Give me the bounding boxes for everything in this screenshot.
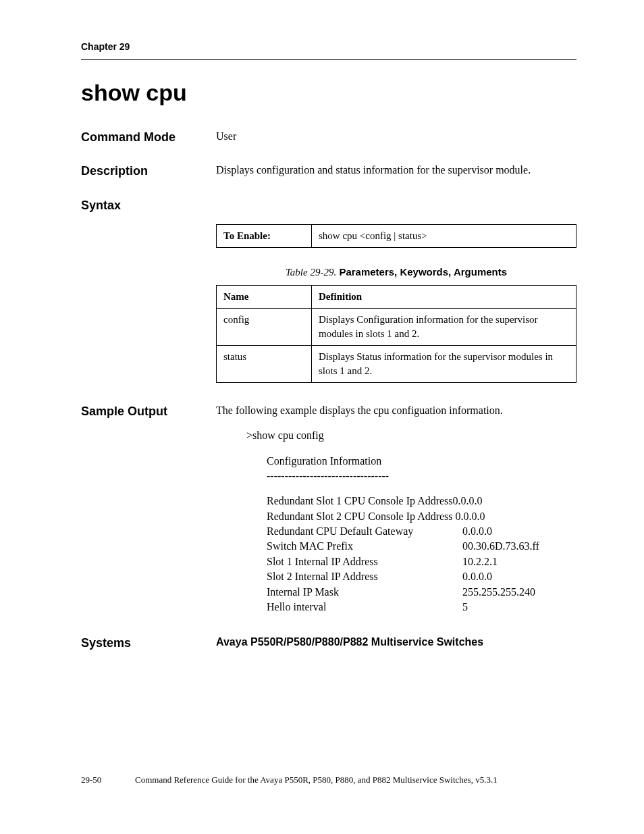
table-row: status Displays Status information for t… (217, 345, 576, 382)
page-footer: 29-50 Command Reference Guide for the Av… (81, 774, 576, 786)
label-sample-output: Sample Output (81, 403, 216, 420)
param-table-caption: Table 29-29. Parameters, Keywords, Argum… (216, 265, 576, 280)
value-description: Displays configuration and status inform… (216, 163, 576, 178)
kv-value: 5 (462, 600, 468, 615)
sample-block: >show cpu config Configuration Informati… (246, 428, 576, 615)
row-command-mode: Command Mode User (81, 129, 576, 146)
kv-key: Slot 1 Internal IP Address (267, 554, 462, 569)
value-sample-output: The following example displays the cpu c… (216, 403, 576, 615)
row-systems: Systems Avaya P550R/P580/P880/P882 Multi… (81, 635, 576, 652)
param-name: status (217, 345, 312, 382)
syntax-enable-label: To Enable: (217, 224, 312, 247)
param-name: config (217, 308, 312, 345)
kv-row: Redundant Slot 1 CPU Console Ip Address0… (267, 494, 576, 509)
value-systems: Avaya P550R/P580/P880/P882 Multiservice … (216, 635, 576, 650)
kv-row: Redundant CPU Default Gateway0.0.0.0 (267, 524, 576, 539)
caption-title: Parameters, Keywords, Arguments (339, 266, 507, 278)
kv-row: Redundant Slot 2 CPU Console Ip Address … (267, 509, 576, 524)
row-syntax: Syntax (81, 197, 576, 214)
syntax-enable-value: show cpu <config | status> (312, 224, 576, 247)
kv-key: Hello interval (267, 600, 462, 615)
kv-value: 0.0.0.0 (462, 524, 492, 539)
kv-value: 255.255.255.240 (462, 585, 535, 600)
kv-value: 00.30.6D.73.63.ff (462, 539, 539, 554)
sample-title-line: Configuration Information (267, 454, 576, 469)
kv-value: 10.2.2.1 (462, 554, 498, 569)
value-command-mode: User (216, 129, 576, 144)
sample-kv-list: Redundant Slot 1 CPU Console Ip Address0… (267, 494, 576, 615)
table-row: config Displays Configuration informatio… (217, 308, 576, 345)
footer-page-num: 29-50 (81, 774, 135, 786)
kv-value: 0.0.0.0 (462, 569, 492, 584)
kv-key: Slot 2 Internal IP Address (267, 569, 462, 584)
kv-line: Redundant Slot 2 CPU Console Ip Address … (267, 509, 485, 524)
param-header-name: Name (217, 285, 312, 308)
page-title: show cpu (81, 77, 576, 109)
chapter-header: Chapter 29 (81, 41, 576, 54)
label-description: Description (81, 163, 216, 180)
label-command-mode: Command Mode (81, 129, 216, 146)
kv-key: Switch MAC Prefix (267, 539, 462, 554)
kv-key: Internal IP Mask (267, 585, 462, 600)
header-rule (81, 59, 576, 60)
param-definition: Displays Configuration information for t… (312, 308, 576, 345)
param-header-definition: Definition (312, 285, 576, 308)
sample-prompt: >show cpu config (246, 428, 576, 443)
row-description: Description Displays configuration and s… (81, 163, 576, 180)
footer-text: Command Reference Guide for the Avaya P5… (135, 774, 576, 786)
syntax-table: To Enable: show cpu <config | status> (216, 224, 576, 248)
kv-line: Redundant Slot 1 CPU Console Ip Address0… (267, 494, 483, 509)
row-sample-output: Sample Output The following example disp… (81, 403, 576, 615)
kv-row: Slot 2 Internal IP Address0.0.0.0 (267, 569, 576, 584)
kv-row: Hello interval5 (267, 600, 576, 615)
kv-row: Switch MAC Prefix00.30.6D.73.63.ff (267, 539, 576, 554)
kv-row: Slot 1 Internal IP Address10.2.2.1 (267, 554, 576, 569)
caption-prefix: Table 29-29. (286, 267, 336, 278)
label-syntax: Syntax (81, 197, 216, 214)
label-systems: Systems (81, 635, 216, 652)
sample-dash-line: ---------------------------------- (267, 469, 576, 484)
kv-row: Internal IP Mask255.255.255.240 (267, 585, 576, 600)
sample-intro: The following example displays the cpu c… (216, 403, 576, 418)
kv-key: Redundant CPU Default Gateway (267, 524, 462, 539)
param-definition: Displays Status information for the supe… (312, 345, 576, 382)
param-table: Name Definition config Displays Configur… (216, 285, 576, 383)
